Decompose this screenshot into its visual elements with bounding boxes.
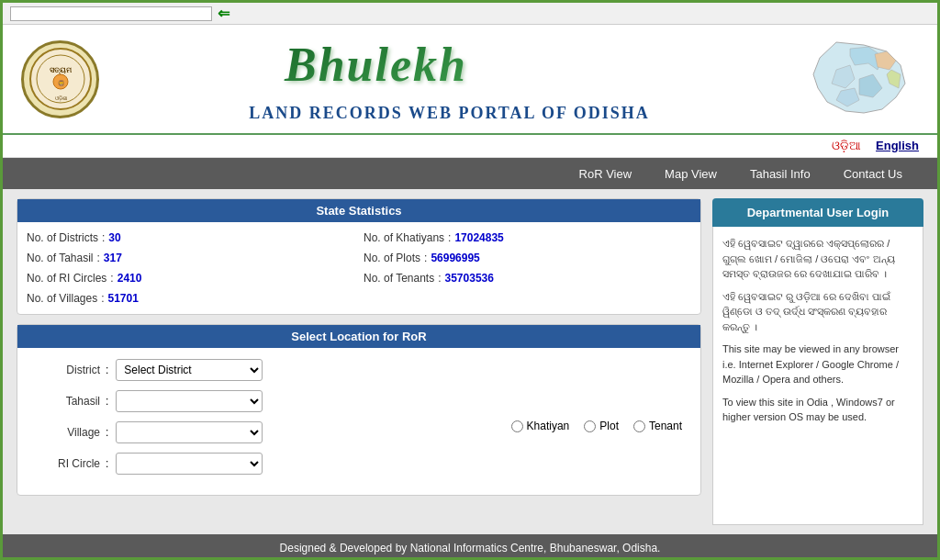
svg-text:🦁: 🦁 [57,80,64,87]
site-title: Bhulekh [99,35,800,100]
language-bar: ଓଡ଼ିଆ English [3,135,937,158]
right-info-text4: To view this site in Odia , Windows7 or … [722,395,913,425]
tenant-radio[interactable] [633,420,645,432]
stats-tahasil: No. of Tahasil : 317 [27,250,354,266]
state-statistics-box: State Statistics No. of Districts : 30 N… [17,198,701,315]
nav-ror-view[interactable]: RoR View [563,160,649,188]
radio-section: Khatiyan Plot Tenant [511,359,682,484]
ri-circle-select[interactable] [116,453,263,475]
select-location-content: District : Select District Tahasil : [17,348,700,495]
right-info-text1: ଏହି ୱେବସାଇଟ ଦ୍ୱାରରେ ଏକ୍ସପ୍ଲୋରର / ଗୁଗ୍ଲ ଖ… [722,236,913,282]
stats-ri-circles: No. of RI Circles : 2410 [27,270,354,286]
main-content: State Statistics No. of Districts : 30 N… [3,189,937,534]
address-bar: bhulekh.ori.nic.in/RoRView.aspx ⇐ [3,3,937,25]
stats-plots-label: No. of Plots [364,252,420,264]
stats-khatiyans: No. of Khatiyans : 17024835 [364,230,691,246]
stats-villages-value: 51701 [108,292,139,305]
back-arrow-icon[interactable]: ⇐ [218,5,229,22]
plot-radio[interactable] [584,420,596,432]
stats-tenants-label: No. of Tenants [364,272,434,285]
stats-content: No. of Districts : 30 No. of Khatiyans :… [17,222,700,314]
left-panel: State Statistics No. of Districts : 30 N… [17,198,701,525]
header: ସତ୍ୟମ 🦁 ଓଡ଼ିଶା Bhulekh [3,25,937,135]
stats-villages: No. of Villages : 51701 [27,290,354,307]
form-section: District : Select District Tahasil : [36,359,484,484]
stats-tahasil-value: 317 [104,252,122,264]
emblem-logo: ସତ୍ୟମ 🦁 ଓଡ଼ିଶା [21,40,99,118]
stats-ri-circles-label: No. of RI Circles [27,272,106,285]
dept-login-header[interactable]: Departmental User Login [712,198,923,227]
site-subtitle: LAND RECORDS WEB PORTAL OF ODISHA [99,100,800,124]
right-panel: Departmental User Login ଏହି ୱେବସାଇଟ ଦ୍ୱା… [712,198,923,525]
stats-districts-value: 30 [108,231,120,244]
tahasil-row: Tahasil : [36,390,484,412]
ri-circle-label: RI Circle [36,457,100,470]
nav-contact-us[interactable]: Contact Us [827,160,919,188]
footer-text: Designed & Developed by National Informa… [280,542,661,554]
district-select[interactable]: Select District [116,359,263,381]
svg-text:ଓଡ଼ିଶା: ଓଡ଼ିଶା [54,95,67,102]
right-info: ଏହି ୱେବସାଇଟ ଦ୍ୱାରରେ ଏକ୍ସପ୍ଲୋରର / ଗୁଗ୍ଲ ଖ… [712,227,923,525]
url-input[interactable]: bhulekh.ori.nic.in/RoRView.aspx [10,6,212,21]
stats-header: State Statistics [17,199,700,222]
khatiyan-label: Khatiyan [527,420,570,432]
select-location-box: Select Location for RoR District : Selec… [17,324,701,496]
khatiyan-radio[interactable] [511,420,523,432]
nav-bar: RoR View Map View Tahasil Info Contact U… [3,158,937,189]
stats-khatiyans-value: 17024835 [454,231,503,244]
odisha-map [800,38,919,120]
tenant-label: Tenant [649,420,682,432]
village-label: Village [36,426,100,439]
nav-tahasil-info[interactable]: Tahasil Info [733,160,827,188]
odia-lang-button[interactable]: ଓଡ଼ିଆ [832,139,861,152]
stats-villages-label: No. of Villages [27,292,97,305]
nav-map-view[interactable]: Map View [648,160,733,188]
plot-radio-label[interactable]: Plot [584,420,619,432]
tenant-radio-label[interactable]: Tenant [633,420,682,432]
district-row: District : Select District [36,359,484,381]
header-title: Bhulekh LAND RECORDS WEB PORTAL OF ODISH… [99,35,800,124]
stats-districts-label: No. of Districts [27,231,98,244]
plot-label: Plot [599,420,619,432]
right-info-text2: ଏହି ୱେବସାଇଟ ରୁ ଓଡ଼ିଆ ରେ ଦେଖିବା ପାଇଁ ୱିଣ୍… [722,289,913,335]
stats-khatiyans-label: No. of Khatiyans [364,231,444,244]
right-info-text3: This site may be viewed in any browser i… [722,342,913,387]
ri-circle-row: RI Circle : [36,453,484,475]
footer: Designed & Developed by National Informa… [3,534,937,560]
ror-type-radio-group: Khatiyan Plot Tenant [511,420,682,432]
district-label: District [36,364,100,376]
select-location-header: Select Location for RoR [17,325,700,348]
tahasil-label: Tahasil [36,395,100,408]
village-row: Village : [36,421,484,443]
english-lang-button[interactable]: English [876,139,919,152]
khatiyan-radio-label[interactable]: Khatiyan [511,420,570,432]
stats-plots-value: 56996995 [431,252,479,264]
stats-plots: No. of Plots : 56996995 [364,250,691,266]
stats-tahasil-label: No. of Tahasil [27,252,94,264]
svg-text:ସତ୍ୟମ: ସତ୍ୟମ [50,66,73,75]
stats-tenants: No. of Tenants : 35703536 [364,270,691,286]
village-select[interactable] [116,421,263,443]
tahasil-select[interactable] [116,390,263,412]
stats-tenants-value: 35703536 [445,272,494,285]
stats-districts: No. of Districts : 30 [27,230,354,246]
stats-ri-circles-value: 2410 [118,272,142,285]
svg-text:Bhulekh: Bhulekh [284,39,467,90]
